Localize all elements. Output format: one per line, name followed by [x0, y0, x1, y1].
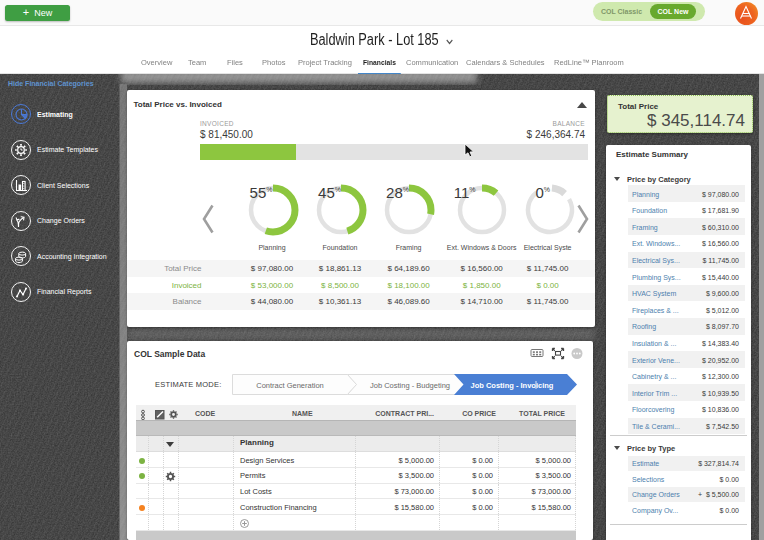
- svg-text:Job Costing - Budgeting: Job Costing - Budgeting: [370, 381, 450, 390]
- svg-text:Contract Generation: Contract Generation: [256, 381, 324, 390]
- svg-text:Job Costing - Invoicing: Job Costing - Invoicing: [471, 381, 554, 390]
